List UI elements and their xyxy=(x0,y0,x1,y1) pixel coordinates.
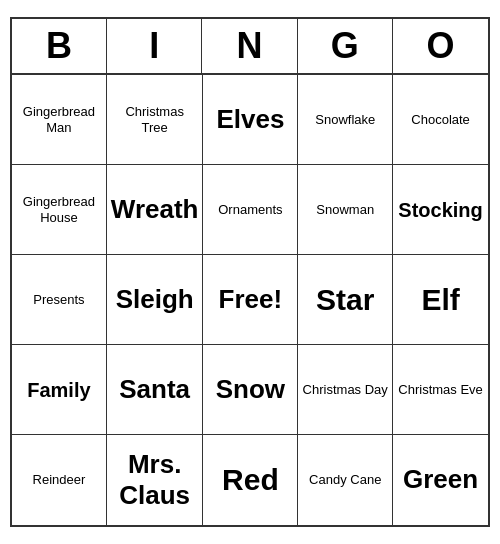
bingo-header: BINGO xyxy=(12,19,488,75)
bingo-cell: Elves xyxy=(203,75,298,165)
bingo-cell: Family xyxy=(12,345,107,435)
bingo-cell: Red xyxy=(203,435,298,525)
bingo-cell: Wreath xyxy=(107,165,204,255)
bingo-cell: Elf xyxy=(393,255,488,345)
bingo-cell: Snow xyxy=(203,345,298,435)
bingo-cell: Christmas Day xyxy=(298,345,393,435)
bingo-cell: Star xyxy=(298,255,393,345)
bingo-cell: Presents xyxy=(12,255,107,345)
bingo-cell: Candy Cane xyxy=(298,435,393,525)
bingo-cell: Chocolate xyxy=(393,75,488,165)
header-letter: I xyxy=(107,19,202,73)
header-letter: O xyxy=(393,19,488,73)
bingo-cell: Reindeer xyxy=(12,435,107,525)
bingo-cell: Ornaments xyxy=(203,165,298,255)
bingo-cell: Gingerbread House xyxy=(12,165,107,255)
bingo-cell: Christmas Eve xyxy=(393,345,488,435)
bingo-cell: Stocking xyxy=(393,165,488,255)
bingo-cell: Sleigh xyxy=(107,255,204,345)
bingo-cell: Green xyxy=(393,435,488,525)
bingo-cell: Mrs. Claus xyxy=(107,435,204,525)
bingo-grid: Gingerbread ManChristmas TreeElvesSnowfl… xyxy=(12,75,488,525)
header-letter: G xyxy=(298,19,393,73)
bingo-cell: Gingerbread Man xyxy=(12,75,107,165)
header-letter: B xyxy=(12,19,107,73)
bingo-cell: Christmas Tree xyxy=(107,75,204,165)
bingo-cell: Snowflake xyxy=(298,75,393,165)
bingo-cell: Santa xyxy=(107,345,204,435)
bingo-cell: Snowman xyxy=(298,165,393,255)
bingo-cell: Free! xyxy=(203,255,298,345)
bingo-card: BINGO Gingerbread ManChristmas TreeElves… xyxy=(10,17,490,527)
header-letter: N xyxy=(202,19,297,73)
